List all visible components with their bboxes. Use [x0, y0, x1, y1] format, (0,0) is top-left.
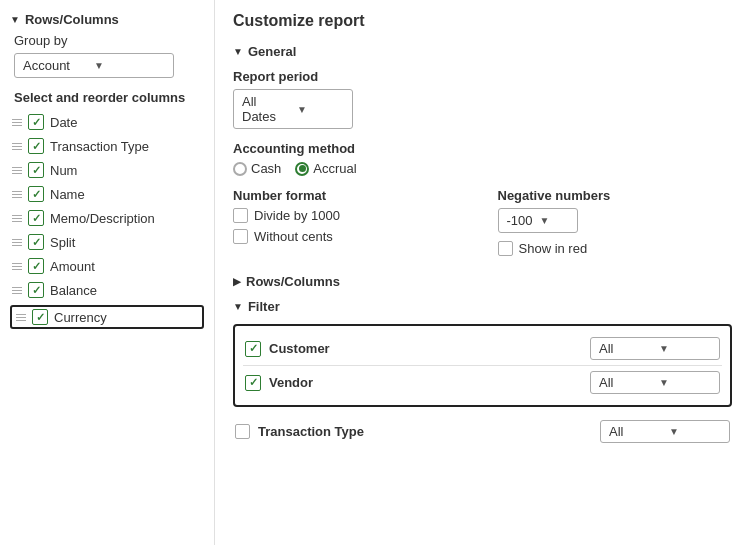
column-row: ✓ Transaction Type — [10, 137, 204, 155]
customize-title: Customize report — [233, 12, 732, 30]
general-section-header[interactable]: ▼ General — [233, 44, 732, 59]
customer-filter-chevron-icon: ▼ — [659, 343, 711, 354]
column-row: ✓ Memo/Description — [10, 209, 204, 227]
drag-handle-icon[interactable] — [16, 314, 28, 321]
column-row: ✓ Num — [10, 161, 204, 179]
negative-numbers-dropdown[interactable]: -100 ▼ — [498, 208, 578, 233]
column-label: Num — [50, 163, 77, 178]
vendor-filter-value: All — [599, 375, 651, 390]
customer-check-icon: ✓ — [249, 342, 258, 355]
rows-columns-collapsed-header[interactable]: ▶ Rows/Columns — [233, 274, 732, 289]
number-format-section: Number format Divide by 1000 Without cen… — [233, 188, 468, 262]
drag-handle-icon[interactable] — [12, 263, 24, 270]
general-arrow-icon: ▼ — [233, 46, 243, 57]
report-period-chevron-icon: ▼ — [297, 104, 344, 115]
column-checkbox[interactable]: ✓ — [28, 234, 44, 250]
group-by-value: Account — [23, 58, 94, 73]
general-section-label: General — [248, 44, 296, 59]
rows-columns-label: Rows/Columns — [25, 12, 119, 27]
column-label: Split — [50, 235, 75, 250]
column-checkbox[interactable]: ✓ — [28, 114, 44, 130]
rows-columns-collapsed-label: Rows/Columns — [246, 274, 340, 289]
check-icon: ✓ — [32, 189, 41, 200]
group-by-label: Group by — [10, 33, 204, 48]
rows-columns-arrow: ▼ — [10, 14, 20, 25]
drag-handle-icon[interactable] — [12, 119, 24, 126]
number-format-label: Number format — [233, 188, 468, 203]
column-checkbox[interactable]: ✓ — [28, 138, 44, 154]
filter-section-header[interactable]: ▼ Filter — [233, 299, 732, 314]
report-period-row: Report period All Dates ▼ — [233, 69, 732, 129]
drag-handle-icon[interactable] — [12, 287, 24, 294]
negative-numbers-chevron-icon: ▼ — [540, 215, 569, 226]
cash-radio[interactable]: Cash — [233, 161, 281, 176]
divide-by-1000-row: Divide by 1000 — [233, 208, 468, 223]
drag-handle-icon[interactable] — [12, 215, 24, 222]
report-period-label: Report period — [233, 69, 732, 84]
without-cents-row: Without cents — [233, 229, 468, 244]
column-checkbox[interactable]: ✓ — [28, 282, 44, 298]
divide-by-1000-checkbox[interactable] — [233, 208, 248, 223]
transaction-type-filter-row: Transaction Type All ▼ — [233, 415, 732, 448]
report-period-dropdown[interactable]: All Dates ▼ — [233, 89, 353, 129]
column-row: ✓ Currency — [10, 305, 204, 329]
accrual-radio-circle — [295, 162, 309, 176]
customer-filter-row: ✓ Customer All ▼ — [243, 332, 722, 365]
column-row: ✓ Balance — [10, 281, 204, 299]
rows-columns-header[interactable]: ▼ Rows/Columns — [10, 12, 204, 27]
column-label: Memo/Description — [50, 211, 155, 226]
column-checkbox[interactable]: ✓ — [28, 210, 44, 226]
without-cents-checkbox[interactable] — [233, 229, 248, 244]
vendor-filter-row: ✓ Vendor All ▼ — [243, 365, 722, 399]
show-in-red-checkbox[interactable] — [498, 241, 513, 256]
accounting-method-radio-group: Cash Accrual — [233, 161, 732, 176]
transaction-type-filter-value: All — [609, 424, 661, 439]
check-icon: ✓ — [36, 312, 45, 323]
accrual-radio[interactable]: Accrual — [295, 161, 356, 176]
accrual-label: Accrual — [313, 161, 356, 176]
transaction-type-filter-chevron-icon: ▼ — [669, 426, 721, 437]
filter-section: ▼ Filter ✓ Customer All ▼ ✓ Vendo — [233, 299, 732, 448]
column-row: ✓ Date — [10, 113, 204, 131]
show-in-red-row: Show in red — [498, 241, 733, 256]
column-row: ✓ Split — [10, 233, 204, 251]
customer-filter-label: Customer — [269, 341, 590, 356]
customer-checkbox[interactable]: ✓ — [245, 341, 261, 357]
check-icon: ✓ — [32, 261, 41, 272]
without-cents-label: Without cents — [254, 229, 333, 244]
vendor-check-icon: ✓ — [249, 376, 258, 389]
column-row: ✓ Name — [10, 185, 204, 203]
drag-handle-icon[interactable] — [12, 191, 24, 198]
filter-highlighted-box: ✓ Customer All ▼ ✓ Vendor All ▼ — [233, 324, 732, 407]
transaction-type-filter-dropdown[interactable]: All ▼ — [600, 420, 730, 443]
column-label: Date — [50, 115, 77, 130]
transaction-type-checkbox[interactable] — [235, 424, 250, 439]
check-icon: ✓ — [32, 165, 41, 176]
column-checkbox[interactable]: ✓ — [32, 309, 48, 325]
drag-handle-icon[interactable] — [12, 239, 24, 246]
vendor-filter-label: Vendor — [269, 375, 590, 390]
vendor-filter-dropdown[interactable]: All ▼ — [590, 371, 720, 394]
number-format-negative-row: Number format Divide by 1000 Without cen… — [233, 188, 732, 262]
transaction-type-filter-label: Transaction Type — [258, 424, 600, 439]
column-label: Currency — [54, 310, 107, 325]
column-checkbox[interactable]: ✓ — [28, 258, 44, 274]
drag-handle-icon[interactable] — [12, 167, 24, 174]
column-checkbox[interactable]: ✓ — [28, 186, 44, 202]
negative-numbers-value: -100 — [507, 213, 536, 228]
divide-by-1000-label: Divide by 1000 — [254, 208, 340, 223]
cash-radio-circle — [233, 162, 247, 176]
left-panel: ▼ Rows/Columns Group by Account ▼ Select… — [0, 0, 215, 545]
right-panel: Customize report ▼ General Report period… — [215, 0, 750, 545]
accounting-method-label: Accounting method — [233, 141, 732, 156]
customer-filter-dropdown[interactable]: All ▼ — [590, 337, 720, 360]
vendor-checkbox[interactable]: ✓ — [245, 375, 261, 391]
drag-handle-icon[interactable] — [12, 143, 24, 150]
filter-section-label: Filter — [248, 299, 280, 314]
filter-arrow-icon: ▼ — [233, 301, 243, 312]
group-by-dropdown[interactable]: Account ▼ — [14, 53, 174, 78]
column-label: Name — [50, 187, 85, 202]
column-checkbox[interactable]: ✓ — [28, 162, 44, 178]
accounting-method-row: Accounting method Cash Accrual — [233, 141, 732, 176]
column-label: Balance — [50, 283, 97, 298]
